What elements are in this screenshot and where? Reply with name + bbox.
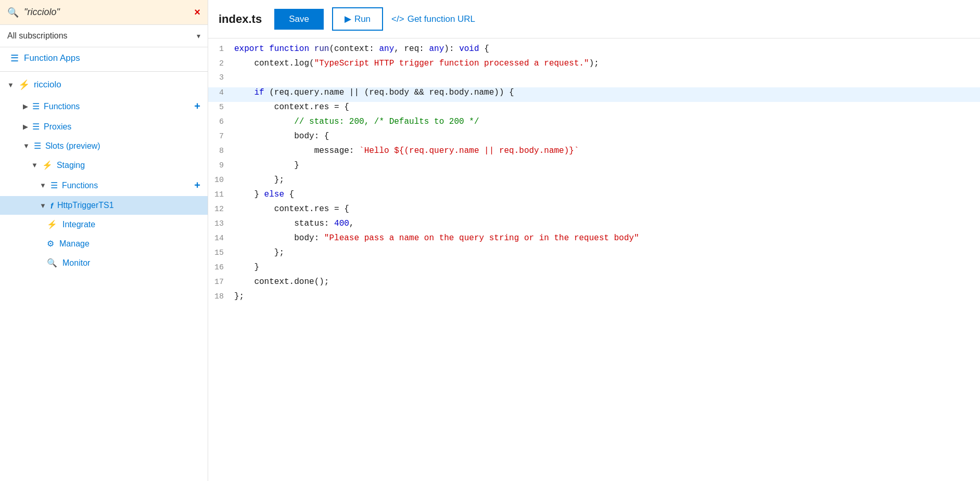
function-apps-label: Function Apps [24, 53, 80, 63]
list-icon: ☰ [50, 180, 58, 190]
subscription-label: All subscriptions [7, 31, 68, 41]
code-line-6: 6 // status: 200, /* Defaults to 200 */ [208, 116, 980, 131]
code-line-8: 8 message: `Hello ${(req.query.name || r… [208, 146, 980, 160]
sidebar-item-httptrigger[interactable]: ▼ f HttpTriggerTS1 [0, 196, 208, 215]
code-line-16: 16 } [208, 262, 980, 277]
functions-label: Functions [44, 102, 80, 111]
code-line-10: 10 }; [208, 175, 980, 189]
file-title: index.ts [219, 12, 262, 26]
code-line-13: 13 status: 400, [208, 218, 980, 233]
code-editor: 1 export function run(context: any, req:… [208, 38, 980, 481]
staging-functions-label: Functions [62, 181, 98, 190]
run-icon: ▶ [345, 14, 351, 24]
ricciolo-header[interactable]: ▼ ⚡ ricciolo [0, 74, 208, 96]
code-line-12: 12 context.res = { [208, 204, 980, 218]
list-icon: ☰ [34, 141, 41, 151]
run-label: Run [354, 14, 371, 24]
arrow-down-icon: ▼ [7, 81, 14, 89]
arrow-down-icon: ▼ [31, 161, 38, 169]
function-apps-nav[interactable]: ☰ Function Apps [0, 47, 208, 69]
code-line-1: 1 export function run(context: any, req:… [208, 44, 980, 58]
code-line-15: 15 }; [208, 248, 980, 262]
bolt-icon: ⚡ [42, 160, 53, 170]
search-clear-button[interactable]: × [194, 6, 200, 18]
proxies-label: Proxies [44, 122, 71, 132]
search-bar: 🔍 "ricciolo" × [0, 0, 208, 25]
search-icon: 🔍 [47, 258, 57, 268]
code-line-9: 9 } [208, 160, 980, 175]
get-function-url-button[interactable]: </> Get function URL [391, 14, 475, 24]
slots-label: Slots (preview) [45, 141, 100, 151]
sidebar-item-integrate[interactable]: ⚡ Integrate [0, 215, 208, 234]
sidebar: 🔍 "ricciolo" × All subscriptions ▾ ☰ Fun… [0, 0, 208, 481]
chevron-down-icon: ▾ [197, 32, 200, 40]
monitor-label: Monitor [62, 258, 90, 268]
search-value: "ricciolo" [24, 7, 189, 18]
code-icon: </> [391, 14, 404, 24]
manage-label: Manage [59, 239, 90, 249]
arrow-right-icon: ▶ [23, 123, 28, 131]
add-staging-function-button[interactable]: + [194, 179, 200, 191]
sidebar-item-manage[interactable]: ⚙ Manage [0, 234, 208, 253]
code-line-5: 5 context.res = { [208, 102, 980, 116]
code-line-2: 2 context.log("TypeScript HTTP trigger f… [208, 58, 980, 73]
main-content: index.ts Save ▶ Run </> Get function URL… [208, 0, 980, 481]
function-icon: f [50, 201, 53, 210]
integrate-label: Integrate [62, 220, 95, 229]
arrow-down-icon: ▼ [40, 202, 46, 210]
staging-label: Staging [57, 161, 85, 170]
list-icon: ☰ [10, 53, 19, 64]
sidebar-item-staging-functions[interactable]: ▼ ☰ Functions + [0, 175, 208, 196]
ricciolo-label: ricciolo [34, 80, 61, 90]
bolt-icon: ⚡ [18, 79, 30, 90]
code-line-18: 18 }; [208, 291, 980, 306]
sidebar-item-proxies[interactable]: ▶ ☰ Proxies [0, 117, 208, 136]
save-button[interactable]: Save [274, 9, 324, 30]
subscription-selector[interactable]: All subscriptions ▾ [0, 25, 208, 47]
bolt-icon: ⚡ [47, 219, 57, 229]
sidebar-item-staging[interactable]: ▼ ⚡ Staging [0, 155, 208, 175]
code-line-7: 7 body: { [208, 131, 980, 146]
list-icon: ☰ [32, 101, 40, 111]
toolbar: index.ts Save ▶ Run </> Get function URL [208, 0, 980, 38]
arrow-down-icon: ▼ [40, 181, 46, 189]
arrow-down-icon: ▼ [23, 142, 30, 150]
sidebar-item-slots[interactable]: ▼ ☰ Slots (preview) [0, 136, 208, 155]
sidebar-item-monitor[interactable]: 🔍 Monitor [0, 253, 208, 272]
url-label: Get function URL [408, 14, 475, 24]
httptrigger-label: HttpTriggerTS1 [57, 201, 114, 210]
code-line-11: 11 } else { [208, 189, 980, 204]
arrow-right-icon: ▶ [23, 102, 28, 110]
gear-icon: ⚙ [47, 239, 54, 249]
sidebar-item-functions[interactable]: ▶ ☰ Functions + [0, 96, 208, 117]
list-icon: ☰ [32, 122, 40, 132]
code-line-17: 17 context.done(); [208, 277, 980, 291]
code-line-4: 4 if (req.query.name || (req.body && req… [208, 87, 980, 102]
search-icon: 🔍 [7, 7, 19, 18]
code-line-14: 14 body: "Please pass a name on the quer… [208, 233, 980, 248]
code-line-3: 3 [208, 73, 980, 87]
run-button[interactable]: ▶ Run [332, 7, 383, 31]
add-function-button[interactable]: + [194, 100, 200, 112]
